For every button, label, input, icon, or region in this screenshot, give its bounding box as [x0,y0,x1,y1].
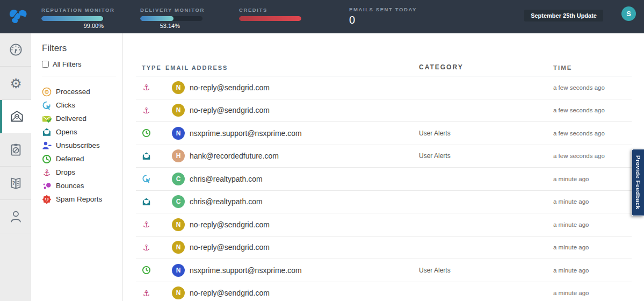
filter-label: Delivered [56,114,86,123]
table-row[interactable]: H hank@recordedfuture.com User Alerts a … [136,145,632,168]
sender-avatar: N [172,286,185,299]
click-icon [142,174,151,183]
sender-avatar: N [172,264,185,277]
all-filters-label: All Filters [53,60,81,68]
metric-bar [239,16,301,21]
mail-activity-icon [10,109,24,124]
time-cell: a minute ago [553,198,632,205]
sidebar-item-settings[interactable] [0,67,31,100]
clipboard-block-icon [9,142,23,157]
filters-panel: Filters All Filters Processed Clicks Del… [31,33,122,301]
click-icon [42,101,52,110]
emails-sent-count: 0 [349,14,417,26]
email-address: no-reply@sendgrid.com [190,289,270,297]
time-cell: a few seconds ago [553,84,632,91]
table-row[interactable]: N no-reply@sendgrid.com a minute ago [136,236,632,260]
time-cell: a minute ago [553,221,632,228]
filter-item-delivered[interactable]: Delivered [42,112,122,125]
email-address: no-reply@sendgrid.com [190,106,270,114]
icon-sidebar [0,33,31,301]
clock-icon [142,266,151,275]
filter-label: Deferred [56,155,84,163]
table-row[interactable]: N no-reply@sendgrid.com a minute ago [136,282,632,301]
table-row[interactable]: N no-reply@sendgrid.com a few seconds ag… [136,76,632,99]
sender-avatar: N [172,241,185,254]
filter-item-clicks[interactable]: Clicks [42,98,122,112]
sidebar-item-guide[interactable] [0,167,31,200]
filter-item-unsubscribes[interactable]: Unsubscribes [42,139,122,152]
column-header-time: TIME [553,64,632,71]
table-row[interactable]: C chris@realtypath.com a minute ago [136,168,632,191]
filter-item-opens[interactable]: Opens [42,125,122,139]
provide-feedback-tab[interactable]: Provide Feedback [632,149,644,216]
table-row[interactable]: N nsxprime.support@nsxprime.com User Ale… [136,259,632,282]
sender-avatar: N [172,81,185,94]
email-address: nsxprime.support@nsxprime.com [190,266,302,275]
sidebar-item-support[interactable] [0,200,31,233]
filter-label: Processed [56,88,90,96]
emails-sent-block: EMAILS SENT TODAY 0 [349,6,417,26]
filter-item-processed[interactable]: Processed [42,85,122,98]
reputation-monitor: REPUTATION MONITOR 99.00% [41,7,104,29]
filter-item-drops[interactable]: Drops [42,166,122,179]
email-address: chris@realtypath.com [190,175,263,183]
time-cell: a minute ago [553,267,632,274]
open-envelope-icon [42,127,52,137]
sender-avatar: C [172,173,185,185]
activity-main: TYPE EMAIL ADDRESS CATEGORY TIME N no-re… [122,33,644,301]
user-avatar[interactable]: S [621,6,636,21]
table-header-row: TYPE EMAIL ADDRESS CATEGORY TIME [136,63,632,76]
metric-value: 53.14% [140,23,180,29]
table-row[interactable]: N nsxprime.support@nsxprime.com User Ale… [136,122,632,145]
unsubscribe-icon [42,141,52,150]
column-header-type: TYPE [136,64,165,71]
all-filters-row[interactable]: All Filters [42,60,116,76]
table-row[interactable]: N no-reply@sendgrid.com a minute ago [136,213,632,236]
filter-item-bounces[interactable]: Bounces [42,179,122,192]
sendgrid-logo-icon[interactable] [6,4,31,29]
anchor-icon [142,243,151,252]
column-header-category: CATEGORY [419,63,553,71]
sender-avatar: N [172,218,185,231]
filter-label: Bounces [56,182,84,190]
clock-icon [142,128,151,138]
time-cell: a few seconds ago [553,153,632,159]
table-row[interactable]: C chris@realtypath.com a minute ago [136,191,632,214]
email-address: hank@recordedfuture.com [190,152,279,160]
email-address: no-reply@sendgrid.com [190,83,270,92]
time-cell: a minute ago [553,176,632,182]
metric-bar-fill [239,16,301,21]
anchor-icon [142,289,151,298]
top-header: REPUTATION MONITOR 99.00% DELIVERY MONIT… [0,0,644,33]
filter-item-spam-reports[interactable]: Spam Reports [42,192,122,206]
delivery-monitor: DELIVERY MONITOR 53.14% [140,7,202,29]
gear-icon [9,76,23,90]
sidebar-item-dashboard[interactable] [0,33,31,67]
bounce-icon [42,181,52,191]
sidebar-item-suppressions[interactable] [0,133,31,167]
time-cell: a minute ago [553,244,632,250]
table-row[interactable]: N no-reply@sendgrid.com a few seconds ag… [136,99,632,123]
filters-title: Filters [42,43,122,54]
email-address: no-reply@sendgrid.com [190,243,270,252]
sender-avatar: H [172,149,185,162]
sidebar-item-activity[interactable] [0,100,31,133]
category-cell: User Alerts [419,130,553,137]
emails-sent-label: EMAILS SENT TODAY [349,6,417,12]
metric-value: 99.00% [41,23,104,29]
processed-icon [42,87,52,97]
open-envelope-icon [142,152,151,161]
filter-item-deferred[interactable]: Deferred [42,152,122,166]
sender-avatar: N [172,104,185,117]
update-button[interactable]: September 25th Update [524,10,603,22]
anchor-icon [142,220,151,229]
spam-icon [42,195,52,204]
delivered-icon [42,114,52,124]
filter-label: Drops [56,168,75,176]
email-address: nsxprime.support@nsxprime.com [190,129,302,138]
all-filters-checkbox[interactable] [42,61,49,68]
time-cell: a few seconds ago [553,107,632,113]
filter-label: Opens [56,128,77,136]
anchor-icon [142,106,151,115]
gauge-icon [9,42,23,57]
